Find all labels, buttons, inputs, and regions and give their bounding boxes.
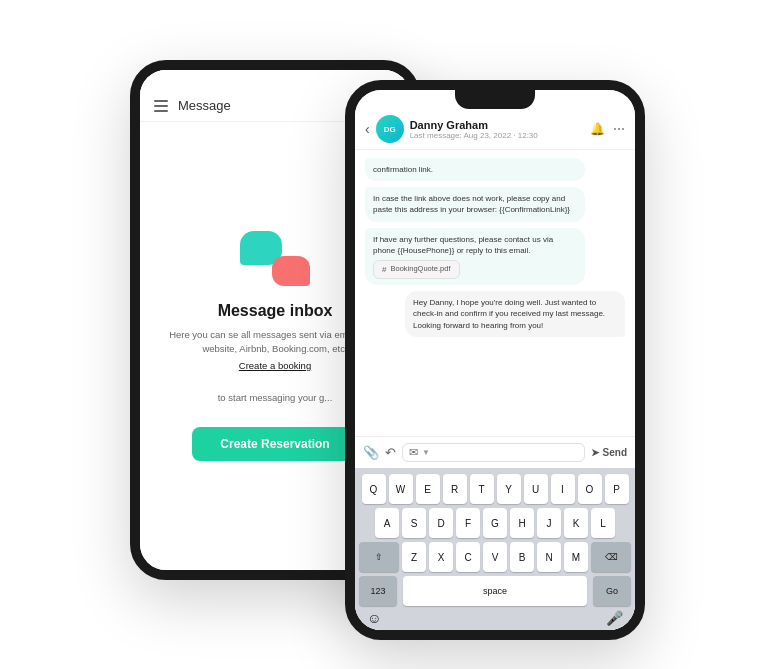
message-2: In case the link above does not work, pl… — [365, 187, 585, 221]
reply-message: Hey Danny, I hope you're doing well. Jus… — [405, 291, 625, 337]
key-b[interactable]: B — [510, 542, 534, 572]
inbox-link[interactable]: Create a booking — [239, 360, 311, 371]
keyboard: Q W E R T Y U I O P A S D F G — [355, 468, 635, 630]
keyboard-bottom-row: 123 space Go — [359, 576, 631, 606]
key-o[interactable]: O — [578, 474, 602, 504]
key-s[interactable]: S — [402, 508, 426, 538]
paperclip-icon: # — [382, 264, 386, 275]
inbox-link-suffix: to start messaging your g... — [218, 391, 333, 405]
mic-icon[interactable]: 🎤 — [606, 610, 623, 626]
keyboard-row-1: Q W E R T Y U I O P — [359, 474, 631, 504]
chat-header: ‹ DG Danny Graham Last message: Aug 23, … — [355, 109, 635, 150]
bookmark-icon[interactable]: 🔔 — [590, 122, 605, 136]
key-f[interactable]: F — [456, 508, 480, 538]
key-z[interactable]: Z — [402, 542, 426, 572]
notch — [455, 89, 535, 109]
send-label: Send — [603, 447, 627, 458]
back-header-title: Message — [178, 98, 231, 113]
inbox-title: Message inbox — [218, 302, 333, 320]
envelope-icon: ✉ — [409, 446, 418, 459]
keyboard-row-2: A S D F G H J K L — [359, 508, 631, 538]
key-n[interactable]: N — [537, 542, 561, 572]
key-k[interactable]: K — [564, 508, 588, 538]
emoji-icon[interactable]: ☺ — [367, 610, 381, 626]
compose-area: 📎 ↶ ✉ ▼ ➤ Send — [355, 436, 635, 468]
phone-front: ‹ DG Danny Graham Last message: Aug 23, … — [345, 80, 645, 640]
chat-header-icons: 🔔 ⋯ — [590, 122, 625, 136]
chevron-down-icon: ▼ — [422, 448, 430, 457]
key-numbers[interactable]: 123 — [359, 576, 397, 606]
message-1: confirmation link. — [365, 158, 585, 181]
key-space[interactable]: space — [403, 576, 587, 606]
key-v[interactable]: V — [483, 542, 507, 572]
key-backspace[interactable]: ⌫ — [591, 542, 631, 572]
undo-icon[interactable]: ↶ — [385, 445, 396, 460]
send-button[interactable]: ➤ Send — [591, 447, 627, 458]
bubble-pink — [272, 256, 310, 286]
chat-header-info: Danny Graham Last message: Aug 23, 2022 … — [410, 119, 590, 140]
send-arrow-icon: ➤ — [591, 447, 599, 458]
message-3: If have any further questions, please co… — [365, 228, 585, 286]
key-shift[interactable]: ⇧ — [359, 542, 399, 572]
key-a[interactable]: A — [375, 508, 399, 538]
key-y[interactable]: Y — [497, 474, 521, 504]
keyboard-indicators: ☺ 🎤 — [359, 608, 631, 626]
key-r[interactable]: R — [443, 474, 467, 504]
key-l[interactable]: L — [591, 508, 615, 538]
scene: Message Message inbox Here you can se al… — [0, 0, 780, 669]
hamburger-icon[interactable] — [154, 100, 168, 112]
key-j[interactable]: J — [537, 508, 561, 538]
key-g[interactable]: G — [483, 508, 507, 538]
keyboard-row-3: ⇧ Z X C V B N M ⌫ — [359, 542, 631, 572]
key-m[interactable]: M — [564, 542, 588, 572]
key-c[interactable]: C — [456, 542, 480, 572]
key-go[interactable]: Go — [593, 576, 631, 606]
contact-name: Danny Graham — [410, 119, 590, 131]
key-q[interactable]: Q — [362, 474, 386, 504]
key-w[interactable]: W — [389, 474, 413, 504]
key-p[interactable]: P — [605, 474, 629, 504]
key-i[interactable]: I — [551, 474, 575, 504]
key-t[interactable]: T — [470, 474, 494, 504]
key-d[interactable]: D — [429, 508, 453, 538]
attach-icon[interactable]: 📎 — [363, 445, 379, 460]
attachment-chip[interactable]: # BookingQuote.pdf — [373, 260, 460, 279]
back-arrow-icon[interactable]: ‹ — [365, 121, 370, 137]
chat-bubbles-icon — [240, 231, 310, 286]
attachment-name: BookingQuote.pdf — [390, 264, 450, 275]
key-e[interactable]: E — [416, 474, 440, 504]
create-reservation-button[interactable]: Create Reservation — [192, 427, 357, 461]
key-x[interactable]: X — [429, 542, 453, 572]
key-u[interactable]: U — [524, 474, 548, 504]
avatar: DG — [376, 115, 404, 143]
last-message-time: Last message: Aug 23, 2022 · 12:30 — [410, 131, 590, 140]
key-h[interactable]: H — [510, 508, 534, 538]
compose-send-box[interactable]: ✉ ▼ — [402, 443, 585, 462]
more-options-icon[interactable]: ⋯ — [613, 122, 625, 136]
chat-messages: confirmation link. In case the link abov… — [355, 150, 635, 436]
